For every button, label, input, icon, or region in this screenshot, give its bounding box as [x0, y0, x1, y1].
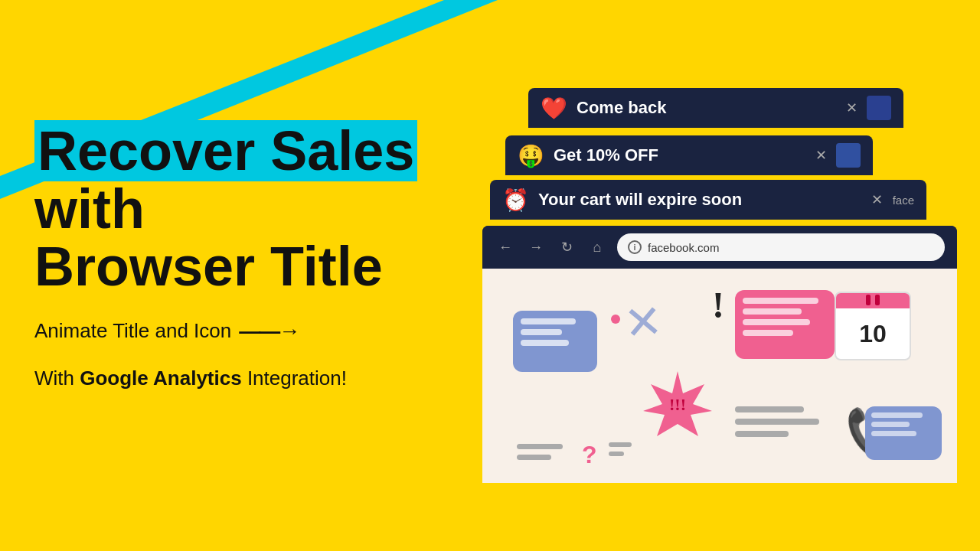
- calendar-number: 10: [836, 308, 910, 359]
- nav-home-button[interactable]: ⌂: [586, 236, 608, 258]
- headline-line2: with: [34, 178, 145, 240]
- ga-pre-text: With: [34, 367, 80, 390]
- notification-3-favicon-text: face: [893, 194, 914, 207]
- corner-lines: [609, 442, 632, 456]
- notification-tab-2: 🤑 Get 10% OFF ✕: [505, 135, 873, 175]
- text-line-bl-2: [517, 455, 551, 460]
- left-content: Recover Sales with Browser Title Animate…: [34, 122, 494, 390]
- calendar-icon: 10: [835, 292, 911, 360]
- notification-tab-3: ⏰ Your cart will expire soon ✕ face: [490, 180, 926, 220]
- nav-back-button[interactable]: ←: [495, 236, 516, 258]
- text-line-3: [735, 431, 789, 437]
- burst-container: !!!: [643, 369, 712, 441]
- address-text: facebook.com: [648, 241, 719, 254]
- nav-refresh-button[interactable]: ↻: [556, 236, 577, 258]
- speech-bubble-blue-left: [513, 311, 597, 372]
- notification-1-close-icon[interactable]: ✕: [842, 99, 861, 117]
- nav-forward-button[interactable]: →: [525, 236, 547, 258]
- browser-content: ✕ !: [482, 269, 957, 483]
- notification-2-close-icon[interactable]: ✕: [812, 146, 830, 165]
- notification-3-emoji: ⏰: [502, 187, 529, 213]
- speech-bubble-pink: [735, 290, 835, 359]
- notification-tab-1: ❤️ Come back ✕: [528, 88, 903, 128]
- dot-red-1: [611, 315, 620, 324]
- text-line-bl-1: [517, 444, 563, 449]
- arrow-icon: ——→: [239, 319, 299, 344]
- ga-integration-line: With Google Analytics Integration!: [34, 367, 494, 390]
- exclamation-icon: !: [712, 284, 724, 326]
- notification-2-emoji: 🤑: [518, 143, 544, 168]
- notification-3-close-icon[interactable]: ✕: [868, 191, 887, 209]
- browser-window: ← → ↻ ⌂ i facebook.com ✕ !: [482, 226, 957, 483]
- text-line-1: [735, 406, 804, 412]
- burst-text: !!!: [669, 395, 686, 415]
- notification-1-text: Come back: [577, 98, 835, 118]
- subtitle-text: Animate Title and Icon: [34, 319, 231, 343]
- ga-bold-text: Google Analytics: [80, 367, 241, 390]
- speech-bubble-blue-bottom-right: [865, 406, 942, 460]
- address-bar[interactable]: i facebook.com: [617, 233, 945, 261]
- notification-1-favicon: [867, 96, 891, 120]
- browser-toolbar: ← → ↻ ⌂ i facebook.com: [482, 226, 957, 269]
- text-lines-center: [735, 406, 819, 437]
- subtitle-line: Animate Title and Icon ——→: [34, 319, 494, 344]
- notification-3-text: Your cart will expire soon: [538, 190, 861, 210]
- text-lines-bottom-left: [517, 444, 563, 460]
- headline-line1: Recover Sales: [34, 120, 417, 181]
- notification-2-text: Get 10% OFF: [554, 145, 804, 165]
- cross-icon: ✕: [622, 294, 665, 350]
- right-content: ❤️ Come back ✕ 🤑 Get 10% OFF ✕ ⏰ Your ca…: [505, 88, 980, 517]
- headline: Recover Sales with Browser Title: [34, 122, 494, 296]
- headline-line3: Browser Title: [34, 236, 383, 297]
- person-icon: ?: [582, 441, 597, 469]
- text-line-2: [735, 419, 819, 425]
- illustration-container: ✕ !: [482, 269, 957, 483]
- ga-post-text: Integration!: [242, 367, 347, 390]
- notification-1-emoji: ❤️: [541, 96, 567, 121]
- calendar-top-bar: [836, 293, 910, 308]
- address-info-icon: i: [628, 240, 642, 254]
- notification-2-favicon: [836, 143, 861, 168]
- headline-highlight: Recover Sales: [34, 120, 417, 181]
